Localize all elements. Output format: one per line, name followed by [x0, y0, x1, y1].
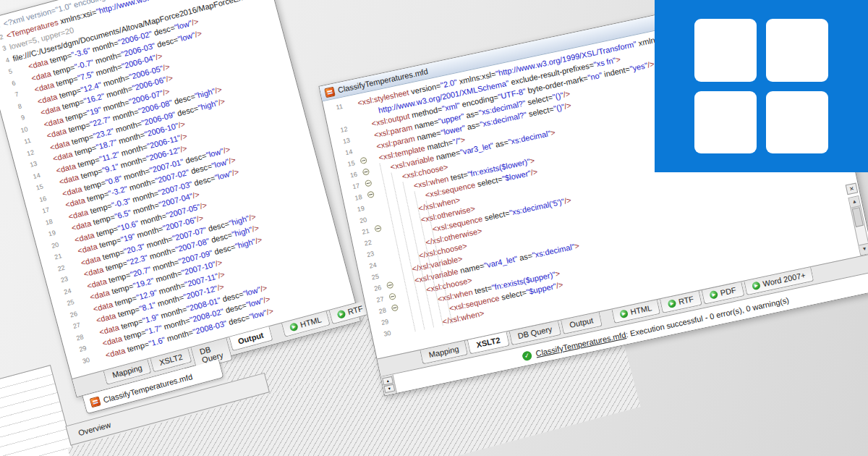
windows-logo-pane-3 [694, 91, 757, 154]
generate-pdf-label: PDF [720, 285, 737, 297]
collapse-icon [362, 168, 370, 176]
scroll-down-arrow[interactable]: ▼ [859, 243, 868, 255]
generate-icon: ▶ [752, 281, 761, 290]
generate-html-label: HTML [299, 315, 323, 329]
scrollbar-thumb[interactable] [852, 207, 864, 227]
collapse-icon [374, 224, 382, 232]
generate-html-label: HTML [629, 303, 652, 316]
collapse-icon [391, 304, 399, 312]
windows-logo-pane-4 [766, 91, 828, 154]
generate-icon: ▶ [709, 290, 718, 299]
collapse-icon [359, 157, 367, 165]
fold-margin [393, 324, 407, 338]
mapforce-icon [324, 86, 335, 97]
overview-title: Overview [77, 421, 111, 437]
generate-rtf-label: RTF [678, 295, 694, 306]
collapse-icon [386, 282, 394, 290]
collapse-icon [367, 190, 375, 198]
generate-rtf-label: RTF [346, 304, 364, 316]
scroll-up-arrow[interactable]: ▲ [849, 196, 861, 208]
success-check-icon: ✓ [522, 350, 532, 361]
collapse-icon [365, 180, 373, 187]
generate-icon: ▶ [289, 322, 298, 332]
messages-toolbar: ▴ ▾ [381, 374, 397, 395]
screenshot-root: 1<?xml version="1.0" encoding="UTF-8"?>2… [0, 0, 868, 456]
generate-icon: ▶ [619, 309, 629, 318]
generate-icon: ▶ [336, 309, 346, 318]
collapse-icon [388, 292, 396, 300]
mapforce-icon [90, 396, 101, 408]
generate-icon: ▶ [667, 299, 676, 308]
windows-logo [655, 0, 868, 172]
messages-down-button[interactable]: ▾ [383, 384, 395, 393]
windows-logo-pane-2 [766, 19, 828, 82]
windows-logo-pane-1 [694, 19, 757, 82]
